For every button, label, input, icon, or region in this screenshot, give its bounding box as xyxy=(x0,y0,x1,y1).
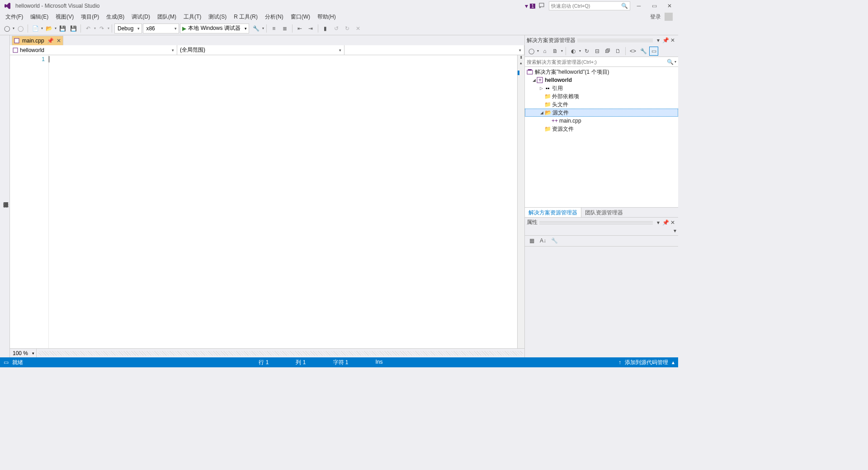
menu-debug[interactable]: 调试(D) xyxy=(128,12,154,22)
solution-node[interactable]: 解决方案"helloworld"(1 个项目) xyxy=(525,68,678,76)
maximize-button[interactable]: ▭ xyxy=(647,1,661,10)
tab-solution-explorer[interactable]: 解决方案资源管理器 xyxy=(525,208,581,217)
wrench-button[interactable]: 🔧 xyxy=(639,47,648,56)
quick-launch-search[interactable]: 🔍 xyxy=(549,1,630,10)
pending-changes-button[interactable]: ◐ xyxy=(569,47,578,56)
nav-member-dropdown[interactable] xyxy=(344,45,524,55)
menu-rtools[interactable]: R 工具(R) xyxy=(230,12,261,22)
headers-node[interactable]: 📁 头文件 xyxy=(525,100,678,109)
redo-button[interactable]: ↷ xyxy=(97,24,107,33)
feedback-icon[interactable] xyxy=(537,1,547,11)
menu-project[interactable]: 项目(P) xyxy=(77,12,103,22)
code-editor[interactable]: 1 ⬍ ▴ xyxy=(10,55,524,348)
menu-team[interactable]: 团队(M) xyxy=(154,12,180,22)
menu-test[interactable]: 测试(S) xyxy=(205,12,230,22)
zoom-dropdown[interactable]: 100 % xyxy=(10,349,37,357)
minimize-button[interactable]: ─ xyxy=(632,1,646,10)
properties-grid[interactable] xyxy=(525,247,678,357)
collapse-all-button[interactable]: ⊟ xyxy=(593,47,602,56)
pin-icon[interactable]: 📌 xyxy=(662,219,669,226)
toolbar-icon-7[interactable]: ↻ xyxy=(342,24,352,33)
menu-view[interactable]: 视图(V) xyxy=(52,12,77,22)
panel-options-button[interactable]: ▾ xyxy=(655,37,662,43)
resources-node[interactable]: 📁 资源文件 xyxy=(525,125,678,133)
pin-icon[interactable]: 📌 xyxy=(47,38,54,44)
nav-forward-button[interactable]: ◯ xyxy=(15,24,25,33)
toolbar-icon-3[interactable]: ≣ xyxy=(280,24,290,33)
toolbar-icon-2[interactable]: ≡ xyxy=(269,24,279,33)
show-all-files-button[interactable]: 🗊 xyxy=(603,47,612,56)
undo-button[interactable]: ↶ xyxy=(83,24,93,33)
pin-icon[interactable]: 📌 xyxy=(662,37,669,43)
nav-back-button[interactable]: ◯ xyxy=(2,24,12,33)
nav-scope-dropdown[interactable]: (全局范围) xyxy=(177,45,344,55)
menu-file[interactable]: 文件(F) xyxy=(2,12,27,22)
publish-up-icon[interactable]: ↑ xyxy=(618,359,621,366)
code-body[interactable] xyxy=(49,55,517,348)
toolbar-icon-5[interactable]: ⇥ xyxy=(306,24,316,33)
menu-edit[interactable]: 编辑(E) xyxy=(27,12,52,22)
solution-search-input[interactable] xyxy=(527,59,667,65)
preview-button[interactable]: <> xyxy=(628,47,637,56)
configuration-dropdown[interactable]: Debug xyxy=(114,24,142,33)
tab-close-button[interactable]: ✕ xyxy=(57,38,61,44)
menu-build[interactable]: 生成(B) xyxy=(103,12,128,22)
quick-launch-input[interactable] xyxy=(551,3,621,9)
sources-node[interactable]: ◢ 📂 源文件 xyxy=(525,109,678,117)
search-icon[interactable]: 🔍 xyxy=(621,3,628,9)
back-button[interactable]: ◯ xyxy=(527,47,536,56)
panel-options-button[interactable]: ▾ xyxy=(655,219,662,226)
new-project-button[interactable]: 📄 xyxy=(30,24,40,33)
alphabetical-button[interactable]: A↓ xyxy=(538,236,548,246)
source-control-link[interactable]: 添加到源代码管理 xyxy=(625,359,668,366)
property-pages-button[interactable]: 🔧 xyxy=(549,236,559,246)
project-node[interactable]: ◢ + helloworld xyxy=(525,76,678,84)
toolbar-icon-8[interactable]: ✕ xyxy=(353,24,363,33)
references-node[interactable]: ▷ ▪▪ 引用 xyxy=(525,84,678,92)
save-all-button[interactable]: 💾 xyxy=(68,24,78,33)
platform-dropdown[interactable]: x86 xyxy=(143,24,179,33)
output-pane-icon[interactable]: ▭ xyxy=(4,359,9,366)
nav-project-dropdown[interactable]: helloworld xyxy=(10,45,177,55)
solution-tree[interactable]: 解决方案"helloworld"(1 个项目) ◢ + helloworld ▷… xyxy=(525,67,678,207)
toolbar-icon-bookmark[interactable]: ▮ xyxy=(321,24,330,33)
tab-main-cpp[interactable]: main.cpp 📌 ✕ xyxy=(12,36,63,45)
toolbar-icon-4[interactable]: ⇤ xyxy=(295,24,305,33)
close-button[interactable]: ✕ xyxy=(663,1,676,10)
vertical-scrollbar[interactable]: ⬍ ▴ xyxy=(517,55,524,348)
search-icon[interactable]: 🔍 xyxy=(667,59,674,65)
toolbar-icon-1[interactable]: 🔧 xyxy=(251,24,261,33)
split-handle-icon[interactable]: ⬍ xyxy=(518,55,524,60)
categorized-button[interactable]: ▦ xyxy=(527,236,537,246)
chevron-right-icon[interactable]: ▷ xyxy=(538,86,544,90)
footer-grip[interactable] xyxy=(38,351,523,356)
home-button[interactable]: ⌂ xyxy=(540,47,549,56)
properties-button[interactable]: 🗋 xyxy=(613,47,623,56)
notifications-count-badge[interactable]: 1 xyxy=(530,4,535,9)
solution-search[interactable]: 🔍 ▾ xyxy=(525,57,678,67)
save-button[interactable]: 💾 xyxy=(57,24,67,33)
sign-in-link[interactable]: 登录 xyxy=(650,13,661,21)
menu-analyze[interactable]: 分析(N) xyxy=(261,12,287,22)
toolbar-icon-6[interactable]: ↺ xyxy=(331,24,341,33)
main-cpp-node[interactable]: ++ main.cpp xyxy=(525,117,678,125)
tab-team-explorer[interactable]: 团队资源管理器 xyxy=(581,208,627,217)
chevron-down-icon[interactable]: ◢ xyxy=(531,78,537,82)
chevron-up-icon[interactable]: ▴ xyxy=(672,359,675,366)
external-deps-node[interactable]: 📁 外部依赖项 xyxy=(525,92,678,100)
open-file-button[interactable]: 📂 xyxy=(44,24,54,33)
view-mode-button[interactable]: ▭ xyxy=(649,47,658,56)
user-avatar-icon[interactable] xyxy=(665,13,673,21)
menu-help[interactable]: 帮助(H) xyxy=(314,12,340,22)
scroll-up-icon[interactable]: ▴ xyxy=(518,61,524,65)
panel-close-button[interactable]: ✕ xyxy=(669,37,676,43)
menu-window[interactable]: 窗口(W) xyxy=(287,12,314,22)
start-debugging-button[interactable]: ▶ 本地 Windows 调试器 xyxy=(180,24,249,33)
sync-button[interactable]: 🗎 xyxy=(551,47,560,56)
notifications-flag-icon[interactable]: ▾ xyxy=(525,2,528,9)
menu-tools[interactable]: 工具(T) xyxy=(180,12,205,22)
chevron-down-icon[interactable]: ◢ xyxy=(539,110,544,115)
properties-object-dropdown[interactable]: ▾ xyxy=(525,228,678,236)
refresh-button[interactable]: ↻ xyxy=(582,47,591,56)
panel-close-button[interactable]: ✕ xyxy=(669,219,676,226)
